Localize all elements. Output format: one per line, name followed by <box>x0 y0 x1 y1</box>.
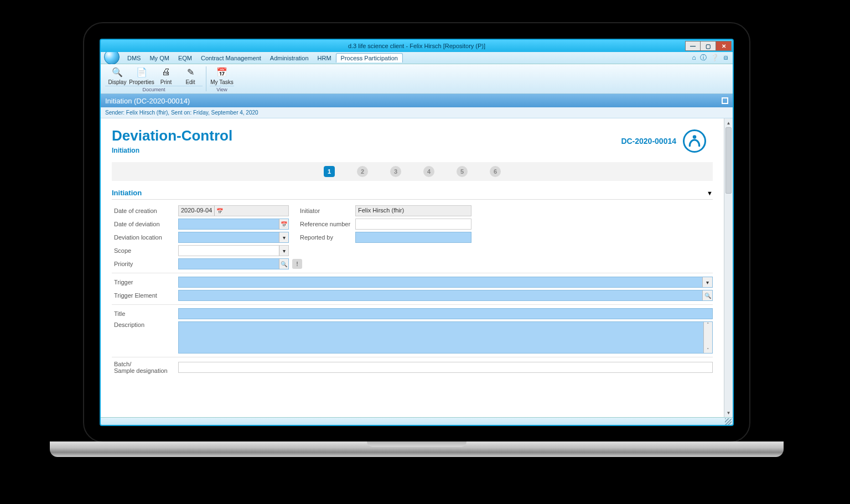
printer-icon: 🖨 <box>159 65 173 79</box>
label-trigger-element: Trigger Element <box>112 292 178 299</box>
window-title: d.3 life science client - Felix Hirsch [… <box>348 43 485 49</box>
menu-tab-hrm[interactable]: HRM <box>313 54 336 63</box>
trigger-element-lookup[interactable]: 🔍 <box>178 290 713 301</box>
step-1[interactable]: 1 <box>324 166 335 177</box>
page-subtitle: Initiation <box>112 147 232 154</box>
label-reported-by: Reported by <box>289 234 355 241</box>
chevron-down-icon[interactable]: ▾ <box>279 232 288 242</box>
menu-tab-eqm[interactable]: EQM <box>174 54 196 63</box>
label-batch: Batch/ Sample designation <box>112 361 178 374</box>
initiator-field: Felix Hirsch (fhir) <box>355 205 471 216</box>
label-date-of-creation: Date of creation <box>112 207 178 214</box>
scope-select[interactable]: ▾ <box>178 245 289 256</box>
step-navigator: 1 2 3 4 5 6 <box>112 162 713 181</box>
scroll-up-icon[interactable]: ▲ <box>724 118 733 127</box>
document-icon: 📄 <box>135 65 148 79</box>
menu-tab-myqm[interactable]: My QM <box>145 54 173 63</box>
reference-number-input[interactable] <box>355 219 471 230</box>
ribbon: 🔍 Display 📄 Properties 🖨 Print ✎ Edit <box>101 64 733 94</box>
ribbon-mytasks-button[interactable]: 📅 My Tasks <box>210 65 234 85</box>
exit-icon[interactable]: ⦻ <box>723 54 729 61</box>
scrollbar-thumb[interactable] <box>725 127 732 194</box>
step-6[interactable]: 6 <box>490 166 501 177</box>
app-window: d.3 life science client - Felix Hirsch [… <box>100 39 734 426</box>
title-input[interactable] <box>178 308 713 319</box>
ribbon-display-button[interactable]: 🔍 Display <box>105 65 129 85</box>
sender-text: Sender: Felix Hirsch (fhir), Sent on: Fr… <box>105 110 258 116</box>
priority-info-icon[interactable]: ! <box>292 259 302 269</box>
description-textarea[interactable]: ˄ ˅ <box>178 321 713 354</box>
scroll-down-icon[interactable]: ˅ <box>707 347 709 353</box>
section-title: Initiation <box>112 189 142 197</box>
form-area: Deviation-Control Initiation DC-2020-000… <box>101 118 724 417</box>
ribbon-edit-button[interactable]: ✎ Edit <box>178 65 203 85</box>
svg-point-0 <box>693 135 697 139</box>
laptop-base <box>50 441 784 457</box>
help-icon[interactable]: ❔ <box>711 54 719 61</box>
label-date-of-deviation: Date of deviation <box>112 221 178 227</box>
resize-grip-icon[interactable] <box>725 418 732 425</box>
chevron-down-icon[interactable]: ▾ <box>702 277 712 287</box>
calendar-icon: 📅 <box>214 206 224 216</box>
content-scrollbar[interactable]: ▲ ▼ <box>724 118 733 417</box>
menu-tab-admin[interactable]: Administration <box>266 54 313 63</box>
label-reference-number: Reference number <box>289 221 355 227</box>
date-of-deviation-input[interactable]: 📅 <box>178 219 289 230</box>
label-trigger: Trigger <box>112 279 178 285</box>
section-header[interactable]: Initiation ▼ <box>112 186 713 200</box>
window-minimize-button[interactable]: — <box>685 41 701 51</box>
ribbon-group-view: 📅 My Tasks View <box>208 65 236 92</box>
titlebar-right-icons: ⌂ ⓘ ❔ ⦻ <box>690 53 729 63</box>
reported-by-input[interactable] <box>355 232 471 243</box>
priority-lookup[interactable]: 🔍 <box>178 258 289 269</box>
step-4[interactable]: 4 <box>423 166 434 177</box>
menu-tab-process-participation[interactable]: Process Participation <box>336 53 403 63</box>
brand-logo-icon <box>683 129 706 153</box>
search-icon[interactable]: 🔍 <box>279 259 288 269</box>
status-bar <box>101 417 733 425</box>
document-title: Initiation (DC-2020-00014) <box>105 97 190 105</box>
scroll-down-icon[interactable]: ▼ <box>724 408 733 417</box>
window-maximize-button[interactable]: ▢ <box>701 41 716 51</box>
calendar-picker-icon[interactable]: 📅 <box>279 219 288 229</box>
menu-tab-contract[interactable]: Contract Management <box>196 54 266 63</box>
document-title-bar: Initiation (DC-2020-00014) <box>101 94 733 107</box>
menu-tab-dms[interactable]: DMS <box>123 54 145 63</box>
label-description: Description <box>112 321 178 328</box>
label-initiator: Initiator <box>289 207 355 214</box>
step-2[interactable]: 2 <box>357 166 368 177</box>
info-icon[interactable]: ⓘ <box>700 54 707 61</box>
page-title: Deviation-Control <box>112 127 232 144</box>
step-5[interactable]: 5 <box>457 166 468 177</box>
ribbon-print-button[interactable]: 🖨 Print <box>154 65 178 85</box>
maximize-pane-icon[interactable] <box>722 97 728 104</box>
home-icon[interactable]: ⌂ <box>692 54 696 61</box>
deviation-location-select[interactable]: ▾ <box>178 232 289 243</box>
magnifier-icon: 🔍 <box>111 65 124 79</box>
doc-number: DC-2020-00014 <box>621 137 676 146</box>
search-icon[interactable]: 🔍 <box>702 290 712 300</box>
menu-bar: DMS My QM EQM Contract Management Admini… <box>101 52 733 64</box>
edit-icon: ✎ <box>184 65 197 79</box>
label-priority: Priority <box>112 261 178 267</box>
step-3[interactable]: 3 <box>390 166 401 177</box>
ribbon-group-label: View <box>210 86 234 92</box>
scroll-up-icon[interactable]: ˄ <box>707 322 709 328</box>
calendar-icon: 📅 <box>215 65 229 79</box>
ribbon-group-document: 🔍 Display 📄 Properties 🖨 Print ✎ Edit <box>103 65 205 92</box>
titlebar: d.3 life science client - Felix Hirsch [… <box>101 40 733 52</box>
chevron-down-icon[interactable]: ▾ <box>279 246 288 256</box>
textarea-scrollbar[interactable]: ˄ ˅ <box>703 322 712 353</box>
label-scope: Scope <box>112 247 178 254</box>
collapse-icon[interactable]: ▼ <box>707 190 713 196</box>
ribbon-properties-button[interactable]: 📄 Properties <box>129 65 154 85</box>
sender-info: Sender: Felix Hirsch (fhir), Sent on: Fr… <box>101 107 733 118</box>
window-close-button[interactable]: ✕ <box>716 41 732 51</box>
trigger-select[interactable]: ▾ <box>178 277 713 288</box>
label-title: Title <box>112 310 178 317</box>
date-of-creation-field: 2020-09-04 📅 <box>178 205 289 216</box>
label-deviation-location: Deviation location <box>112 234 178 241</box>
batch-input[interactable] <box>178 362 713 373</box>
ribbon-group-label: Document <box>105 86 203 92</box>
